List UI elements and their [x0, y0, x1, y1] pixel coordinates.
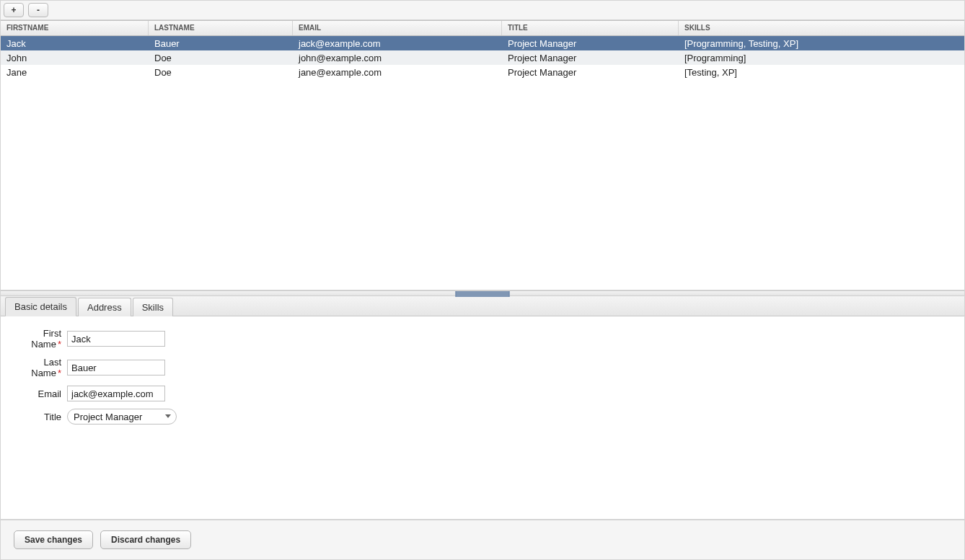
field-row-first-name: First Name*: [14, 328, 951, 350]
cell-email: jane@example.com: [293, 66, 502, 79]
first-name-field[interactable]: [67, 331, 165, 347]
cell-email: jack@example.com: [293, 37, 502, 50]
column-header-email[interactable]: Email: [293, 21, 502, 35]
cell-lastname: Doe: [149, 66, 293, 79]
split-handle[interactable]: [1, 290, 964, 296]
tab-address[interactable]: Address: [78, 298, 131, 316]
required-indicator: *: [58, 339, 61, 350]
remove-button[interactable]: -: [28, 3, 48, 17]
data-grid: FirstName LastName Email Title Skills Ja…: [1, 20, 964, 290]
column-header-lastname[interactable]: LastName: [149, 21, 293, 35]
label-email: Email: [14, 388, 67, 399]
discard-button[interactable]: Discard changes: [100, 530, 191, 549]
cell-firstname: Jane: [1, 66, 149, 79]
chevron-down-icon: [163, 412, 173, 422]
column-header-skills[interactable]: Skills: [679, 21, 964, 35]
tab-basic-details[interactable]: Basic details: [5, 297, 76, 316]
cell-lastname: Doe: [149, 51, 293, 65]
cell-skills: [Programming, Testing, XP]: [679, 37, 964, 50]
cell-skills: [Testing, XP]: [679, 66, 964, 79]
detail-panel: Basic details Address Skills First Name*…: [1, 296, 964, 520]
split-grip[interactable]: [456, 291, 510, 297]
label-last-name: Last Name*: [14, 357, 67, 378]
field-row-title: Title Project Manager: [14, 409, 951, 425]
title-select-value: Project Manager: [74, 412, 163, 422]
tab-skills[interactable]: Skills: [133, 298, 173, 316]
add-button[interactable]: +: [4, 3, 24, 17]
label-title: Title: [14, 412, 67, 422]
cell-firstname: Jack: [1, 37, 149, 50]
tab-bar: Basic details Address Skills: [1, 296, 964, 316]
table-row[interactable]: Jane Doe jane@example.com Project Manage…: [1, 65, 964, 79]
cell-title: Project Manager: [502, 66, 679, 79]
cell-firstname: John: [1, 51, 149, 65]
field-row-email: Email: [14, 386, 951, 401]
table-row[interactable]: John Doe john@example.com Project Manage…: [1, 50, 964, 65]
cell-skills: [Programming]: [679, 51, 964, 65]
email-field[interactable]: [67, 386, 165, 401]
grid-body: Jack Bauer jack@example.com Project Mana…: [1, 36, 964, 290]
grid-header: FirstName LastName Email Title Skills: [1, 20, 964, 36]
field-row-last-name: Last Name*: [14, 357, 951, 378]
column-header-title[interactable]: Title: [502, 21, 679, 35]
cell-title: Project Manager: [502, 51, 679, 65]
svg-marker-0: [165, 414, 171, 418]
label-first-name: First Name*: [14, 328, 67, 350]
cell-title: Project Manager: [502, 37, 679, 50]
required-indicator: *: [58, 368, 61, 378]
toolbar: + -: [1, 1, 964, 20]
cell-email: john@example.com: [293, 51, 502, 65]
footer-actions: Save changes Discard changes: [1, 520, 964, 559]
column-header-firstname[interactable]: FirstName: [1, 21, 149, 35]
cell-lastname: Bauer: [149, 37, 293, 50]
last-name-field[interactable]: [67, 360, 165, 375]
form-basic-details: First Name* Last Name* Email Title: [1, 316, 964, 519]
save-button[interactable]: Save changes: [14, 530, 93, 549]
table-row[interactable]: Jack Bauer jack@example.com Project Mana…: [1, 36, 964, 50]
app-shell: + - FirstName LastName Email Title Skill…: [0, 0, 965, 560]
title-select[interactable]: Project Manager: [67, 409, 177, 425]
